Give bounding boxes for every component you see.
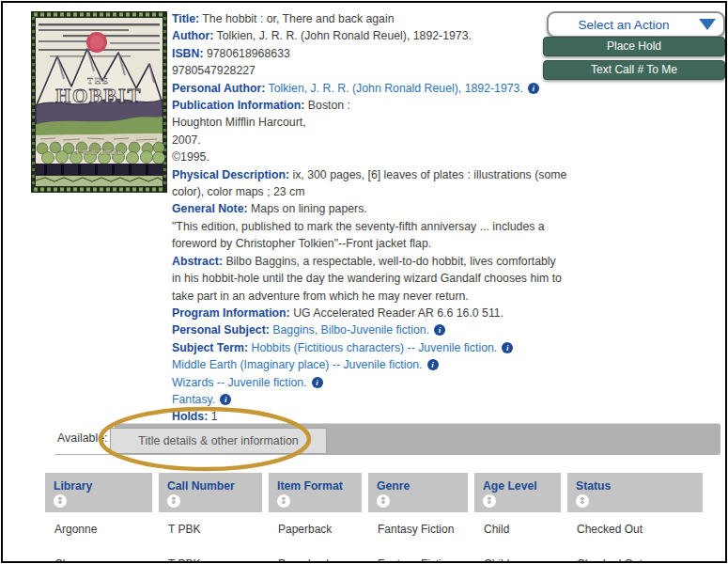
cover-title-hobbit: HOBBIT xyxy=(55,85,142,107)
detail-line: Wizards -- Juvenile fiction.i xyxy=(172,374,548,391)
column-header-label: Call Number xyxy=(167,479,262,493)
detail-text: 9780547928227 xyxy=(172,64,256,77)
detail-line: color), color maps ; 23 cm xyxy=(172,183,548,200)
detail-label: Publication Information: xyxy=(172,99,304,112)
detail-line: Abstract: Bilbo Baggins, a respectable, … xyxy=(172,253,548,270)
table-cell: Child xyxy=(474,512,561,547)
catalog-detail-page: THE HOBBIT J. R. R. T xyxy=(1,1,727,563)
detail-line: ©1995. xyxy=(172,149,548,165)
detail-line: Publication Information: Boston : xyxy=(172,97,548,114)
column-header-label: Status xyxy=(576,479,703,493)
column-header-age-level[interactable]: Age Level⇕ xyxy=(474,473,561,512)
table-cell: Fantasy Fiction xyxy=(368,547,468,563)
column-header-label: Age Level xyxy=(483,479,561,493)
table-cell: Child xyxy=(474,547,561,563)
column-header-label: Item Format xyxy=(277,479,362,493)
detail-text: in his hobbit-hole until the day the wan… xyxy=(172,272,562,285)
detail-text: Boston : xyxy=(304,99,350,112)
detail-line: foreword by Christopher Tolkien"--Front … xyxy=(172,235,548,252)
detail-text: "This edition, published to mark the sev… xyxy=(172,220,545,233)
items-table: Library⇕Call Number⇕Item Format⇕Genre⇕Ag… xyxy=(45,473,712,563)
info-icon[interactable]: i xyxy=(312,377,323,388)
tab-title-details[interactable]: Title details & other information xyxy=(110,428,327,454)
detail-link[interactable]: Hobbits (Fictitious characters) -- Juven… xyxy=(248,341,497,354)
column-header-item-format[interactable]: Item Format⇕ xyxy=(269,473,362,512)
tab-available[interactable]: Available: xyxy=(54,423,115,454)
detail-line: Author: Tolkien, J. R. R. (John Ronald R… xyxy=(172,27,548,44)
detail-label: Program Information: xyxy=(172,306,290,320)
dropdown-triangle-icon xyxy=(699,19,716,30)
sort-updown-icon[interactable]: ⇕ xyxy=(54,494,67,508)
detail-line: 9780547928227 xyxy=(172,62,548,79)
detail-line: Physical Description: ix, 300 pages, [6]… xyxy=(172,166,548,183)
detail-text: Maps on lining papers. xyxy=(248,202,367,215)
detail-line: take part in an adventure from which he … xyxy=(172,288,548,305)
table-cell: Fantasy Fiction xyxy=(368,512,468,547)
column-header-library[interactable]: Library⇕ xyxy=(45,473,152,512)
detail-text: color), color maps ; 23 cm xyxy=(172,185,304,198)
table-cell: Checked Out xyxy=(567,512,703,547)
detail-link[interactable]: Baggins, Bilbo-Juvenile fiction. xyxy=(270,323,429,337)
table-cell: T PBK xyxy=(159,512,262,547)
detail-link[interactable]: Fantasy. xyxy=(172,393,215,406)
detail-label: Holds: xyxy=(172,410,208,423)
cover-author: J. R. R. Tolkien xyxy=(75,148,122,156)
detail-label: Title: xyxy=(172,12,199,25)
action-buttons: Place HoldText Call # To Me xyxy=(543,37,725,84)
table-cell: Chaney xyxy=(45,547,152,563)
table-row: ChaneyT PBKPaperbackFantasy FictionChild… xyxy=(45,547,712,563)
detail-text: ©1995. xyxy=(172,150,209,164)
detail-label: Physical Description: xyxy=(172,168,289,181)
detail-line: Houghton Mifflin Harcourt, xyxy=(172,114,548,131)
detail-line: Middle Earth (Imaginary place) -- Juveni… xyxy=(172,356,548,373)
table-cell: Paperback xyxy=(269,512,362,547)
text-call-number-button[interactable]: Text Call # To Me xyxy=(543,60,725,80)
table-header-row: Library⇕Call Number⇕Item Format⇕Genre⇕Ag… xyxy=(45,473,712,512)
detail-text: Houghton Mifflin Harcourt, xyxy=(172,116,306,129)
detail-link[interactable]: Middle Earth (Imaginary place) -- Juveni… xyxy=(172,358,423,371)
info-icon[interactable]: i xyxy=(220,394,231,405)
place-hold-button[interactable]: Place Hold xyxy=(543,37,725,56)
sort-updown-icon[interactable]: ⇕ xyxy=(277,494,290,508)
detail-text: 2007. xyxy=(172,133,201,147)
detail-label: General Note: xyxy=(172,202,248,215)
detail-text: Bilbo Baggins, a respectable, well-to-do… xyxy=(223,255,556,268)
detail-line: ISBN: 9780618968633 xyxy=(172,45,548,62)
detail-label: Abstract: xyxy=(172,255,223,268)
detail-label: Subject Term: xyxy=(172,341,248,354)
table-row: ArgonneT PBKPaperbackFantasy FictionChil… xyxy=(45,512,712,547)
info-icon[interactable]: i xyxy=(434,324,445,336)
info-icon[interactable]: i xyxy=(502,342,513,353)
sort-updown-icon[interactable]: ⇕ xyxy=(377,494,390,508)
detail-line: 2007. xyxy=(172,132,548,149)
detail-link[interactable]: Wizards -- Juvenile fiction. xyxy=(172,376,307,389)
sort-updown-icon[interactable]: ⇕ xyxy=(483,494,496,508)
detail-text: ix, 300 pages, [6] leaves of plates : il… xyxy=(289,168,566,181)
sort-updown-icon[interactable]: ⇕ xyxy=(576,494,589,508)
select-action-dropdown[interactable]: Select an Action xyxy=(547,11,725,38)
detail-line: Fantasy.i xyxy=(172,391,548,408)
info-icon[interactable]: i xyxy=(528,83,539,94)
detail-line: Program Information: UG Accelerated Read… xyxy=(172,305,548,321)
detail-line: Subject Term: Hobbits (Fictitious charac… xyxy=(172,339,548,356)
column-header-label: Genre xyxy=(377,479,468,493)
sort-updown-icon[interactable]: ⇕ xyxy=(167,494,180,508)
detail-text: take part in an adventure from which he … xyxy=(172,290,469,303)
select-action-label: Select an Action xyxy=(549,18,699,32)
detail-line: "This edition, published to mark the sev… xyxy=(172,218,548,235)
info-icon[interactable]: i xyxy=(427,359,439,370)
detail-line: Title: The hobbit : or, There and back a… xyxy=(172,10,548,27)
detail-label: ISBN: xyxy=(172,47,203,60)
book-cover-art: THE HOBBIT J. R. R. T xyxy=(31,11,167,193)
detail-label: Personal Author: xyxy=(172,82,265,95)
column-header-genre[interactable]: Genre⇕ xyxy=(368,473,468,512)
detail-label: Author: xyxy=(172,29,213,42)
column-header-label: Library xyxy=(54,479,152,493)
detail-text: Tolkien, J. R. R. (John Ronald Reuel), 1… xyxy=(213,29,472,42)
detail-link[interactable]: Tolkien, J. R. R. (John Ronald Reuel), 1… xyxy=(265,82,523,95)
detail-text: 9780618968633 xyxy=(203,47,289,60)
column-header-call-number[interactable]: Call Number⇕ xyxy=(159,473,262,512)
detail-text: 1 xyxy=(208,410,217,423)
column-header-status[interactable]: Status⇕ xyxy=(567,473,703,512)
book-cover: THE HOBBIT J. R. R. T xyxy=(31,11,167,193)
